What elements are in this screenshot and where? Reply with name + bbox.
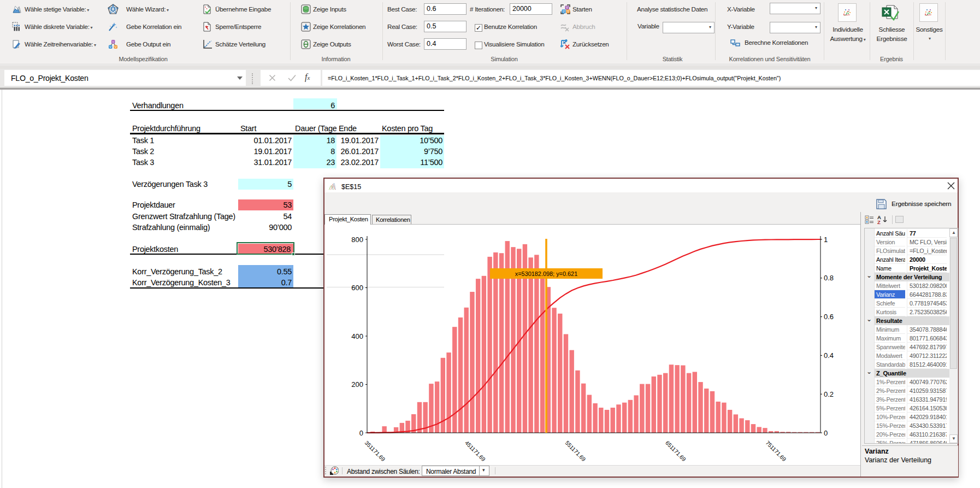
svg-text:1: 1: [824, 236, 828, 244]
svg-text:0: 0: [359, 429, 363, 437]
svg-text:600: 600: [351, 284, 363, 292]
svg-text:0: 0: [824, 429, 828, 437]
svg-text:451171.69: 451171.69: [464, 440, 487, 463]
svg-text:751171.69: 751171.69: [765, 440, 788, 463]
svg-text:400: 400: [351, 332, 363, 340]
svg-text:0.4: 0.4: [824, 351, 834, 360]
svg-text:x=530182.098; y=0.621: x=530182.098; y=0.621: [515, 271, 577, 277]
svg-text:200: 200: [351, 380, 363, 389]
svg-text:551171.69: 551171.69: [564, 440, 587, 463]
svg-text:0.2: 0.2: [824, 390, 834, 398]
svg-text:651171.69: 651171.69: [664, 440, 687, 463]
svg-text:800: 800: [351, 236, 363, 244]
svg-text:0.8: 0.8: [824, 274, 834, 282]
svg-text:351171.69: 351171.69: [364, 440, 387, 463]
svg-text:0.6: 0.6: [824, 313, 834, 321]
